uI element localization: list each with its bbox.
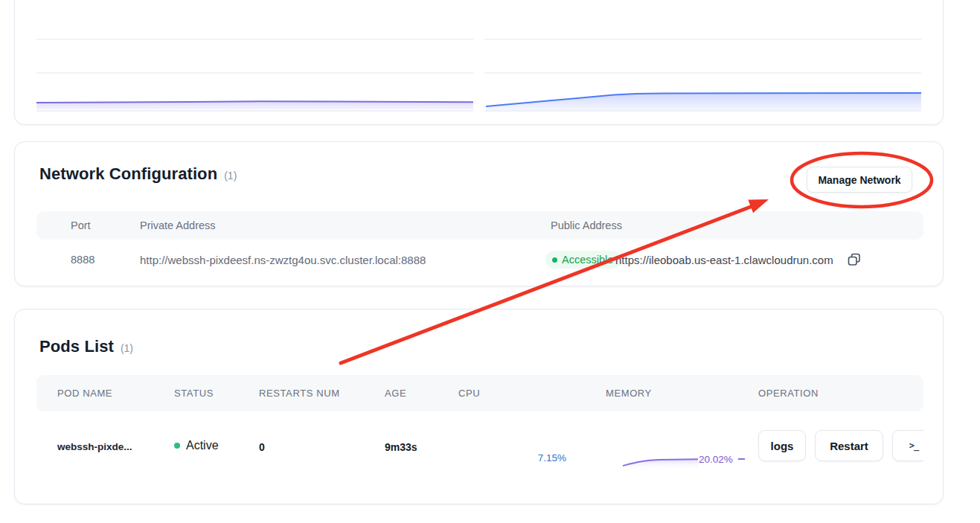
column-public-address: Public Address [551,219,622,231]
overview-charts-card [14,0,944,125]
pods-list-header: Pods List (1) [39,337,133,356]
pod-memory-sparkline: 20.02% [609,447,752,477]
column-memory: MEMORY [606,388,652,399]
overview-chart-left [36,39,473,111]
pods-list-card: Pods List (1) POD NAME STATUS RESTARTS N… [14,309,944,504]
overview-charts [15,0,943,124]
pods-list-title: Pods List [39,337,114,356]
pod-age-value: 9m33s [385,441,417,453]
pod-status-value: Active [186,439,219,452]
network-configuration-header: Network Configuration (1) [39,164,237,184]
accessible-dot-icon [552,257,557,263]
pod-memory-value: 20.02% [699,454,733,465]
pod-cpu-value: 7.15% [538,452,566,463]
status-badge: Accessible [545,251,621,269]
restart-button[interactable]: Restart [815,430,883,461]
column-age: AGE [385,388,406,399]
column-private-address: Private Address [140,219,216,231]
network-table-row: 8888 http://webssh-pixdeesf.ns-zwztg4ou.… [36,248,923,271]
column-pod-name: POD NAME [57,388,112,399]
overview-chart-right [484,39,921,111]
manage-network-button[interactable]: Manage Network [807,167,912,193]
column-port: Port [71,219,91,231]
network-configuration-card: Network Configuration (1) Manage Network… [14,141,944,286]
private-address-value: http://webssh-pixdeesf.ns-zwztg4ou.svc.c… [140,254,426,266]
pod-name-value: webssh-pixde... [57,441,132,452]
pods-count-badge: (1) [121,342,133,354]
column-operation: OPERATION [758,388,819,399]
pods-table: POD NAME STATUS RESTARTS NUM AGE CPU MEM… [36,375,923,505]
terminal-button[interactable]: >_ [892,430,923,461]
pods-table-header: POD NAME STATUS RESTARTS NUM AGE CPU MEM… [36,375,923,411]
active-dot-icon [174,443,180,449]
accessible-label: Accessible [562,254,613,266]
terminal-icon: >_ [909,440,918,451]
column-cpu: CPU [458,388,480,399]
copy-icon[interactable] [847,252,862,267]
network-count-badge: (1) [224,170,237,182]
column-status: STATUS [174,388,214,399]
port-value: 8888 [71,254,95,266]
network-configuration-title: Network Configuration [39,164,217,184]
pod-restarts-value: 0 [259,441,265,453]
pod-status-cell: Active [174,439,219,452]
pod-cpu-sparkline: 7.15% [456,447,594,477]
network-table-header: Port Private Address Public Address [36,211,923,240]
logs-button[interactable]: logs [758,430,806,461]
column-restarts-num: RESTARTS NUM [259,388,340,399]
public-address-link[interactable]: https://ileoboab.us-east-1.clawcloudrun.… [615,254,833,266]
